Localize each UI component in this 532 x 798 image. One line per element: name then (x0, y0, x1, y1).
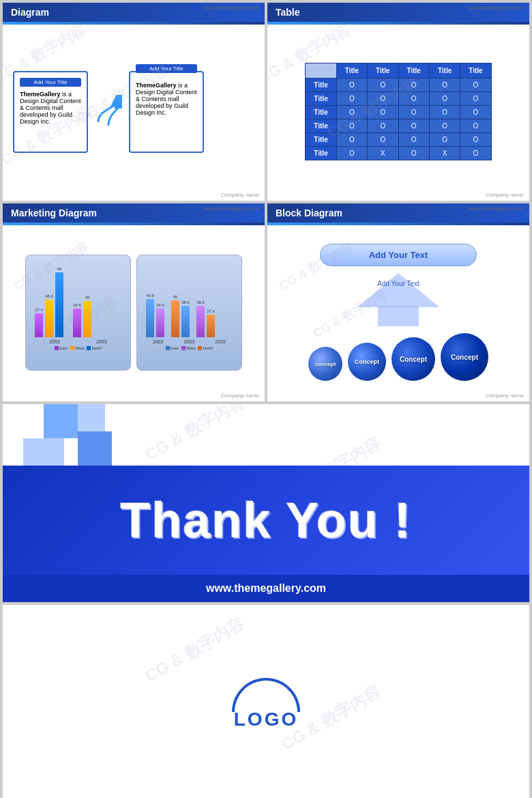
concept-balls: concept Concept Concept Concept (308, 333, 488, 381)
ball-1: concept (308, 347, 342, 381)
cell: X (368, 147, 398, 160)
cell: O (429, 79, 460, 92)
bar-purple (35, 313, 43, 337)
cell: O (368, 133, 398, 147)
company-name-2: Company name (486, 192, 524, 198)
company-name-4: Company name (486, 393, 524, 399)
chart-legend-1: East West North (31, 346, 125, 350)
marketing-title-text: Marketing Diagram (11, 208, 97, 218)
cell: O (429, 133, 460, 147)
ty-url-bar: www.themegallery.com (3, 575, 529, 602)
arrow-text: Add Your Text (377, 280, 419, 287)
slide-url-2: www.themegallery.com (468, 5, 524, 11)
cell: O (368, 106, 398, 119)
data-table: Title Title Title Title Title Title O O … (305, 63, 491, 160)
cell: O (336, 79, 367, 92)
diagram-box-2: Add Your Title ThemeGallery is a Design … (129, 71, 204, 153)
table-content: Title Title Title Title Title Title O O … (267, 25, 529, 199)
cell: O (398, 92, 429, 106)
bar-group-3: 99 (55, 267, 63, 337)
cell: O (460, 106, 491, 119)
cell: O (336, 92, 367, 106)
chart-1: 27.4 46.9 99 34.6 (25, 255, 131, 371)
block-arrow-up: Add Your Text (357, 273, 439, 307)
table-header-5: Title (460, 63, 491, 79)
cell: O (336, 147, 367, 160)
bar-b3 (171, 300, 179, 337)
cell: O (398, 133, 429, 147)
diagram-label-2: Add Your Title (136, 64, 197, 73)
cell: O (429, 119, 460, 133)
chart-year-1: 2002 (49, 339, 60, 344)
thank-you-section: Thank You ! (3, 466, 529, 575)
row-header-4: Title (306, 119, 336, 133)
table-header-2: Title (368, 63, 398, 79)
cell: O (460, 92, 491, 106)
table-row: Title O O O O O (306, 79, 491, 92)
table-row: Title O O O O O (306, 133, 491, 147)
bar-b4 (181, 306, 190, 337)
slide-url-3: www.themegallery.com (203, 205, 259, 212)
ball-2: Concept (348, 343, 386, 381)
table-row: Title O O O O O (306, 92, 491, 106)
bar-blue (55, 272, 63, 337)
cell: O (460, 119, 491, 133)
slide-title-text: Diagram (11, 7, 49, 18)
cell: O (398, 106, 429, 119)
marketing-content: 27.4 46.9 99 34.6 (3, 225, 265, 399)
table-row: Title O X O X O (306, 147, 491, 160)
chart-year-4: 2003 (184, 339, 195, 344)
cell: O (460, 133, 491, 147)
logo-slide: CG & 数字内容 CG & 数字内容 LOGO (3, 605, 529, 798)
cell: O (460, 147, 491, 160)
diagram-text-2: ThemeGallery is a Design Digital Content… (136, 82, 197, 116)
bar-group-9: 38.6 (181, 300, 190, 337)
block-arrow-body (378, 306, 419, 326)
cell: O (336, 106, 367, 119)
block-title-text: Block Diagram (276, 208, 342, 218)
bar-b5 (196, 306, 205, 337)
bar-group-7: 34.6 (156, 303, 164, 337)
bar-b1 (146, 299, 154, 337)
bar-yellow (45, 300, 53, 337)
thank-you-text: Thank You ! (120, 492, 411, 548)
table-header-4: Title (429, 63, 460, 79)
bar-purple-2 (73, 309, 81, 337)
cell: O (336, 133, 367, 147)
cell: O (398, 79, 429, 92)
arrow-container: Add Your Text (357, 273, 439, 326)
diagram-label-1: Add Your Title (20, 78, 81, 87)
chart-year-2: 2003 (96, 339, 107, 344)
table-header-1: Title (336, 63, 367, 79)
slide-url-4: www.themegallery.com (468, 205, 524, 212)
block-pill: Add Your Text (320, 244, 477, 266)
diagram-content: Add Your Title ThemeGallery is a Design … (3, 25, 265, 199)
logo-text: LOGO (234, 709, 298, 730)
cell: O (429, 92, 460, 106)
block-slide: CG & 数字内容 CG & 数字内容 www.themegallery.com… (267, 203, 529, 401)
row-header-1: Title (306, 79, 336, 92)
bar-group-11: 27.4 (207, 309, 215, 337)
ty-url-text: www.themegallery.com (206, 582, 326, 595)
ball-4: Concept (441, 333, 488, 381)
bar-b6 (207, 315, 215, 337)
cell: O (368, 79, 398, 92)
bar-group-2: 46.9 (45, 294, 53, 337)
cell: O (368, 119, 398, 133)
bar-b2 (156, 309, 164, 337)
company-name-3: Company name (221, 393, 259, 399)
table-row: Title O O O O O (306, 119, 491, 133)
table-slide: CG & 数字内容 CG & 数字内容 www.themegallery.com… (267, 3, 529, 201)
row-header-6: Title (306, 147, 336, 160)
logo-container: LOGO (232, 678, 300, 730)
cell: X (429, 147, 460, 160)
diagram-arrow (95, 95, 122, 129)
cell: O (336, 119, 367, 133)
chart-year-3: 2002 (153, 339, 164, 344)
row-header-3: Title (306, 106, 336, 119)
diagram-box-1: Add Your Title ThemeGallery is a Design … (13, 71, 88, 153)
bar-group-6: 46.9 (146, 294, 154, 337)
cell: O (398, 147, 429, 160)
table-title-text: Table (276, 7, 300, 18)
cell: O (398, 119, 429, 133)
